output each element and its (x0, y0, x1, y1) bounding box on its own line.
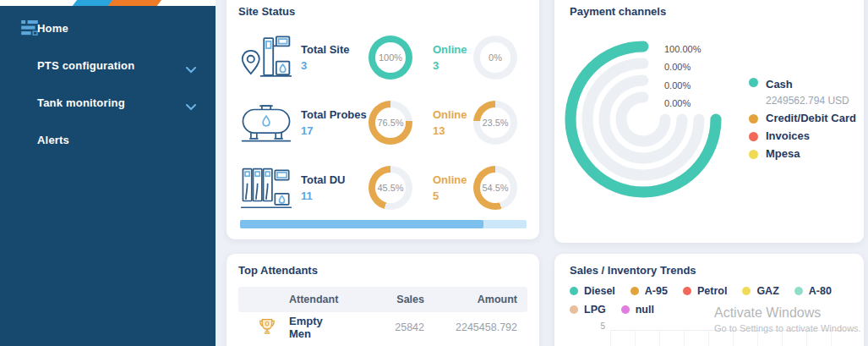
chevron-down-icon[interactable] (186, 99, 196, 106)
fuel-station-icon (238, 33, 294, 82)
horizontal-scrollbar (240, 220, 527, 228)
scrollbar-thumb[interactable] (240, 220, 483, 228)
legend-label: A-95 (645, 285, 668, 297)
legend-dot (570, 287, 578, 295)
sidebar-item-alerts[interactable]: Alerts (0, 121, 216, 158)
online-value: 13 (433, 124, 473, 137)
online-value: 5 (433, 189, 473, 202)
column-amount: Amount (424, 294, 517, 305)
sidebar: Home PTS configuration Tank monitoring A… (0, 6, 216, 346)
payment-radial-chart (554, 0, 749, 217)
legend-dot (749, 114, 758, 124)
gauge-label: 76.5% (368, 101, 412, 145)
legend-item-cash[interactable]: Cash 2249562.794 USD (749, 76, 856, 107)
legend-dot (749, 132, 758, 141)
sidebar-item-home[interactable]: Home (0, 9, 216, 47)
total-percent-gauge: 76.5% (368, 101, 412, 145)
legend-label: Diesel (584, 285, 615, 297)
legend-item-a80[interactable]: A-80 (794, 285, 832, 297)
legend-item-credit-debit-card[interactable]: Credit/Debit Card (749, 113, 856, 124)
metric-label: Total DU (301, 173, 368, 186)
legend-label: GAZ (756, 285, 778, 297)
offline-percent-gauge: 0% (473, 36, 517, 80)
legend-label: Mpesa (766, 148, 800, 160)
total-percent-gauge: 100% (368, 36, 412, 80)
legend-amount: 2249562.794 USD (766, 95, 849, 107)
offline-percent-gauge: 23.5% (473, 101, 517, 145)
ring-percent: 0.00% (664, 98, 701, 116)
attendant-amount: 2245458.792 (424, 321, 517, 333)
sidebar-item-label: Tank monitoring (37, 96, 125, 109)
payment-channels-card: Payment channels 100.00% 0.00% 0.00% 0.0… (554, 0, 864, 243)
activate-windows-watermark: Activate Windows (714, 305, 821, 321)
attendant-name: Empty Men (289, 315, 340, 340)
legend-dot (794, 287, 803, 295)
site-status-row-probes: Total Probes 17 76.5% Online 13 23.5% (238, 90, 527, 155)
column-attendant: Attendant (248, 294, 340, 305)
gauge-label: 54.5% (473, 166, 517, 210)
online-label: Online (433, 173, 473, 186)
metric-label: Total Site (301, 43, 368, 56)
legend-dot (683, 287, 691, 295)
card-title: Sales / Inventory Trends (570, 264, 849, 277)
table-row: Empty Men 25842 2245458.792 (238, 312, 527, 343)
legend-label: Petrol (697, 285, 727, 297)
table-header: Attendant Sales Amount (238, 287, 527, 312)
metric-label: Total Probes (301, 108, 368, 121)
card-title: Payment channels (570, 5, 849, 18)
site-status-row-du: Total DU 11 45.5% Online 5 54.5% (238, 155, 527, 220)
legend-dot (621, 305, 630, 314)
metric-value: 3 (301, 59, 368, 72)
legend-item-gaz[interactable]: GAZ (742, 285, 778, 297)
sidebar-item-label: PTS configuration (37, 59, 134, 72)
top-attendants-card: Top Attendants Attendant Sales Amount Em… (227, 254, 539, 346)
dashboard-icon (21, 20, 38, 36)
legend-label: LPG (584, 304, 606, 316)
legend-item-a95[interactable]: A-95 (631, 285, 668, 297)
gauge-label: 0% (473, 36, 517, 80)
legend-dot (570, 305, 578, 314)
online-label: Online (433, 43, 473, 56)
total-percent-gauge: 45.5% (368, 166, 412, 210)
legend-dot (631, 287, 639, 295)
legend-label: null (636, 304, 654, 316)
ring-percent: 100.00% (664, 44, 701, 62)
sidebar-item-label: Home (37, 22, 68, 35)
legend-item-null[interactable]: null (621, 304, 654, 316)
payment-legend: Cash 2249562.794 USD Credit/Debit Card I… (749, 76, 856, 160)
legend-item-petrol[interactable]: Petrol (683, 285, 727, 297)
site-status-rows: Total Site 3 100% Online 3 0% (238, 25, 527, 220)
metric-value: 17 (301, 124, 368, 137)
legend-item-diesel[interactable]: Diesel (570, 285, 615, 297)
fuel-tank-icon (238, 100, 294, 146)
metric-value: 11 (301, 189, 368, 202)
gauge-label: 23.5% (473, 101, 517, 145)
legend-item-mpesa[interactable]: Mpesa (749, 148, 856, 160)
legend-item-lpg[interactable]: LPG (570, 304, 606, 316)
sidebar-item-pts-configuration[interactable]: PTS configuration (0, 47, 216, 84)
online-value: 3 (433, 59, 473, 72)
activate-windows-subtext: Go to Settings to activate Windows. (714, 323, 861, 333)
attendants-table: Attendant Sales Amount Empty Men 25842 2… (238, 287, 527, 343)
logo-strip (0, 0, 216, 6)
gauge-label: 100% (368, 36, 412, 80)
site-status-row-sites: Total Site 3 100% Online 3 0% (238, 25, 527, 90)
trophy-icon (259, 318, 276, 337)
gauge-label: 45.5% (368, 166, 412, 210)
chevron-down-icon[interactable] (186, 62, 196, 69)
card-title: Site Status (238, 5, 527, 18)
attendant-sales: 25842 (340, 321, 424, 333)
site-status-card: Site Status Total Site 3 (227, 0, 539, 239)
ring-percent: 0.00% (664, 80, 701, 98)
legend-label: Cash (766, 78, 793, 91)
ring-percent-labels: 100.00% 0.00% 0.00% 0.00% (664, 44, 701, 116)
column-sales: Sales (340, 294, 424, 305)
legend-label: Credit/Debit Card (766, 113, 856, 124)
sidebar-item-label: Alerts (37, 134, 69, 146)
legend-label: A-80 (809, 285, 832, 297)
legend-item-invoices[interactable]: Invoices (749, 130, 856, 142)
online-label: Online (433, 108, 473, 121)
legend-dot (749, 150, 758, 159)
sidebar-item-tank-monitoring[interactable]: Tank monitoring (0, 84, 216, 121)
legend-dot (742, 287, 751, 295)
